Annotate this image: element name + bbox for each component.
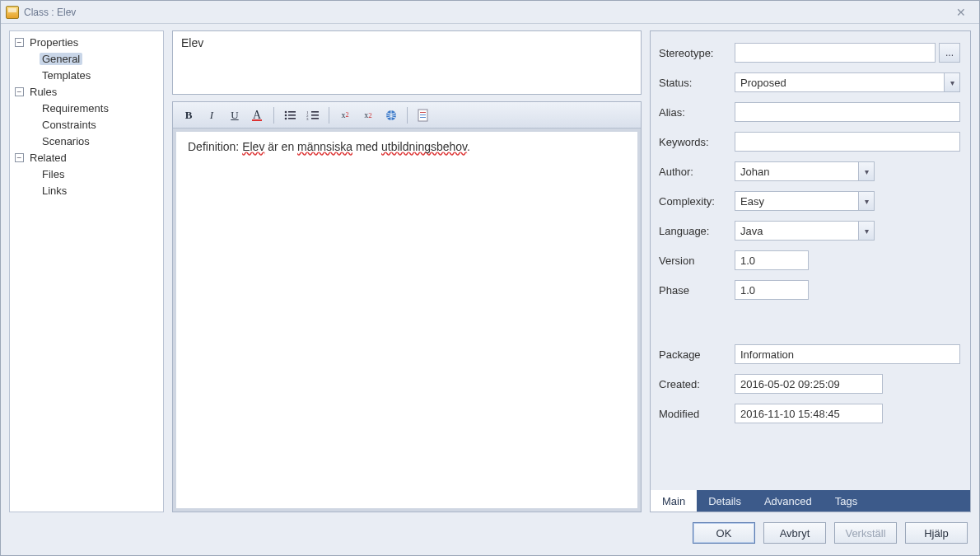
status-combo[interactable]: Proposed ▾ xyxy=(735,72,960,92)
apply-button[interactable]: Verkställ xyxy=(834,522,897,544)
superscript-button[interactable]: x2 xyxy=(334,105,356,125)
font-color-button[interactable]: A xyxy=(247,105,268,125)
editor-text: Definition: Elev är en männsiska med utb… xyxy=(188,140,470,153)
chevron-down-icon: ▾ xyxy=(944,72,960,92)
tab-details[interactable]: Details xyxy=(697,490,753,512)
subscript-button[interactable]: x2 xyxy=(357,105,379,125)
created-label: Created: xyxy=(659,378,730,390)
complexity-combo[interactable]: Easy ▾ xyxy=(735,191,875,211)
alias-input[interactable] xyxy=(735,102,960,122)
close-button[interactable]: ✕ xyxy=(948,4,974,21)
svg-rect-16 xyxy=(420,112,426,113)
toolbar-separator xyxy=(273,107,274,124)
tree-node-requirements[interactable]: Requirements xyxy=(26,100,161,117)
svg-text:3: 3 xyxy=(306,117,309,121)
tree-label: Properties xyxy=(27,36,81,49)
editor-toolbar: B I U A 123 x2 x2 xyxy=(173,102,641,128)
phase-input[interactable]: 1.0 xyxy=(735,280,809,300)
svg-point-6 xyxy=(285,117,287,119)
svg-rect-17 xyxy=(420,114,426,115)
created-field: 2016-05-02 09:25:09 xyxy=(735,374,883,394)
svg-point-4 xyxy=(285,114,287,116)
version-input[interactable]: 1.0 xyxy=(735,250,809,270)
svg-text:A: A xyxy=(253,109,262,121)
window-title: Class : Elev xyxy=(24,7,76,18)
bullet-list-button[interactable] xyxy=(279,105,301,125)
modified-field: 2016-11-10 15:48:45 xyxy=(735,404,883,423)
package-field: Information xyxy=(735,344,960,364)
phase-label: Phase xyxy=(659,284,730,297)
notes-editor: B I U A 123 x2 x2 xyxy=(172,101,642,512)
hyperlink-button[interactable] xyxy=(380,105,402,125)
tree-label: Scenarios xyxy=(40,135,92,147)
version-label: Version xyxy=(659,255,730,267)
tree-label: General xyxy=(40,53,82,65)
keywords-input[interactable] xyxy=(735,132,960,152)
alias-label: Alias: xyxy=(659,106,730,119)
tab-advanced[interactable]: Advanced xyxy=(753,490,824,512)
tree-node-related[interactable]: −Related Files Links xyxy=(15,150,161,199)
tree-label: Requirements xyxy=(40,102,111,114)
app-icon xyxy=(6,6,19,19)
tree-node-properties[interactable]: −Properties General Templates xyxy=(15,35,161,84)
cancel-button[interactable]: Avbryt xyxy=(763,522,826,544)
italic-button[interactable]: I xyxy=(201,105,222,125)
dialog-buttons: OK Avbryt Verkställ Hjälp xyxy=(1,517,979,555)
tree-label: Rules xyxy=(27,86,59,98)
tree-node-rules[interactable]: −Rules Requirements Constraints Scenario… xyxy=(15,84,161,150)
package-label: Package xyxy=(659,348,730,361)
stereotype-browse-button[interactable]: ... xyxy=(939,43,960,63)
ellipsis-icon: ... xyxy=(945,47,954,58)
name-value: Elev xyxy=(181,36,203,49)
bold-button[interactable]: B xyxy=(178,105,199,125)
tree-node-scenarios[interactable]: Scenarios xyxy=(26,133,161,150)
toolbar-separator xyxy=(329,107,329,124)
svg-rect-13 xyxy=(311,118,319,119)
tree-node-templates[interactable]: Templates xyxy=(26,68,161,84)
tree-label: Related xyxy=(27,152,69,164)
properties-panel: Stereotype: ... Status: Proposed ▾ Alias… xyxy=(650,30,971,512)
help-button[interactable]: Hjälp xyxy=(905,522,968,544)
tree-label: Constraints xyxy=(40,119,99,131)
nav-tree[interactable]: −Properties General Templates −Rules Req… xyxy=(9,30,164,512)
underline-button[interactable]: U xyxy=(224,105,245,125)
author-combo[interactable]: Johan ▾ xyxy=(735,161,875,181)
titlebar: Class : Elev ✕ xyxy=(1,1,979,24)
chevron-down-icon: ▾ xyxy=(858,191,875,211)
tab-main[interactable]: Main xyxy=(651,490,697,512)
svg-rect-3 xyxy=(288,111,296,113)
chevron-down-icon: ▾ xyxy=(858,221,875,241)
tree-node-general[interactable]: General xyxy=(26,51,161,68)
stereotype-input[interactable] xyxy=(735,43,936,63)
new-doc-button[interactable] xyxy=(413,105,434,125)
svg-rect-18 xyxy=(420,117,426,118)
tree-node-constraints[interactable]: Constraints xyxy=(26,117,161,133)
keywords-label: Keywords: xyxy=(659,136,730,148)
collapse-icon[interactable]: − xyxy=(15,87,24,96)
complexity-label: Complexity: xyxy=(659,195,730,208)
stereotype-label: Stereotype: xyxy=(659,47,730,59)
svg-rect-5 xyxy=(288,114,296,116)
tree-label: Files xyxy=(40,168,67,180)
editor-textarea[interactable]: Definition: Elev är en männsiska med utb… xyxy=(175,131,638,509)
chevron-down-icon: ▾ xyxy=(858,161,875,181)
toolbar-separator xyxy=(407,107,408,124)
svg-rect-7 xyxy=(288,118,296,119)
number-list-button[interactable]: 123 xyxy=(302,105,324,125)
language-label: Language: xyxy=(659,225,730,237)
svg-point-2 xyxy=(285,110,287,113)
svg-rect-9 xyxy=(311,111,319,113)
tree-label: Links xyxy=(40,185,69,197)
name-input[interactable]: Elev xyxy=(172,30,642,95)
language-combo[interactable]: Java ▾ xyxy=(735,221,875,241)
right-column: Stereotype: ... Status: Proposed ▾ Alias… xyxy=(650,30,971,512)
modified-label: Modified xyxy=(659,408,730,420)
collapse-icon[interactable]: − xyxy=(15,153,24,162)
tab-tags[interactable]: Tags xyxy=(824,490,869,512)
tree-node-files[interactable]: Files xyxy=(26,166,161,183)
ok-button[interactable]: OK xyxy=(693,522,755,544)
dialog-window: Class : Elev ✕ −Properties General Templ… xyxy=(0,0,980,556)
collapse-icon[interactable]: − xyxy=(15,38,24,47)
tree-node-links[interactable]: Links xyxy=(26,183,161,199)
author-label: Author: xyxy=(659,166,730,178)
